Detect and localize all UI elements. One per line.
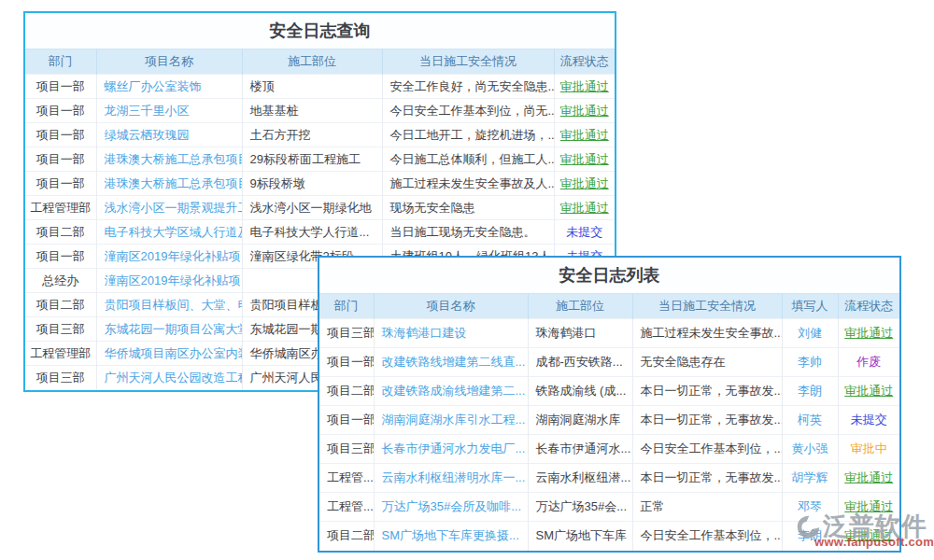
status-link[interactable]: 审批通过 bbox=[844, 528, 893, 542]
header-row: 部门 项目名称 施工部位 当日施工安全情况 填写人 流程状态 bbox=[319, 294, 899, 319]
writer-link[interactable]: 刘健 bbox=[798, 326, 822, 340]
dept-text: 项目一部 bbox=[36, 79, 85, 93]
dept-cell: 项目一部 bbox=[25, 245, 96, 269]
project-link[interactable]: 电子科技大学区域人行道及非机动车道 bbox=[105, 225, 243, 239]
writer-link[interactable]: 李朗 bbox=[798, 528, 822, 542]
safety-cell: 今日安全工作基本到位，... bbox=[632, 522, 782, 551]
project-cell: 改建铁路线增建第二线直... bbox=[374, 348, 528, 377]
writer-link[interactable]: 胡学辉 bbox=[792, 470, 828, 484]
project-link[interactable]: 港珠澳大桥施工总承包项目 bbox=[105, 152, 243, 166]
status-cell: 审批通过 bbox=[838, 493, 899, 522]
status-cell: 审批通过 bbox=[838, 319, 899, 348]
dept-cell: 项目二部 bbox=[319, 522, 374, 551]
status-link[interactable]: 审批通过 bbox=[560, 201, 609, 215]
safety-text: 安全工作良好，尚无安全隐患... bbox=[390, 79, 555, 93]
status-link[interactable]: 未提交 bbox=[851, 413, 887, 427]
project-link[interactable]: 改建铁路线增建第二线直... bbox=[382, 355, 526, 369]
status-link[interactable]: 审批通过 bbox=[560, 128, 609, 142]
project-cell: 华侨城项目南区办公室内装修 bbox=[96, 342, 242, 366]
project-link[interactable]: 螺丝厂办公室装饰 bbox=[105, 79, 202, 93]
dept-cell: 项目三部 bbox=[25, 366, 96, 390]
project-link[interactable]: 长春市伊通河水力发电厂... bbox=[382, 441, 526, 455]
project-link[interactable]: 万达广场35#会所及咖啡... bbox=[382, 499, 522, 513]
dept-cell: 工程管理部 bbox=[25, 196, 96, 220]
column-header-dept: 部门 bbox=[25, 49, 96, 75]
part-text: 楼顶 bbox=[250, 79, 275, 93]
dept-cell: 项目三部 bbox=[319, 319, 374, 348]
safety-cell: 当日施工现场无安全隐患。 bbox=[382, 220, 554, 245]
status-cell: 审批通过 bbox=[554, 147, 615, 172]
project-link[interactable]: 云南水利枢纽潜明水库一... bbox=[382, 470, 526, 484]
project-cell: 潼南区2019年绿化补贴项目-绿化带 bbox=[96, 269, 242, 293]
writer-link[interactable]: 黄小强 bbox=[792, 441, 828, 455]
status-link[interactable]: 审批通过 bbox=[560, 79, 609, 93]
writer-link[interactable]: 柯英 bbox=[798, 413, 822, 427]
column-header-writer: 填写人 bbox=[782, 294, 838, 319]
safety-cell: 今日安全工作基本到位，... bbox=[632, 435, 782, 464]
safety-text: 正常 bbox=[641, 499, 665, 513]
dept-text: 项目二部 bbox=[36, 225, 85, 239]
project-link[interactable]: 华侨城项目南区办公室内装修 bbox=[105, 346, 243, 360]
writer-link[interactable]: 李帅 bbox=[798, 355, 822, 369]
table-row: 项目三部珠海鹤港口建设珠海鹤港口施工过程未发生安全事故...刘健审批通过 bbox=[319, 319, 899, 348]
project-link[interactable]: 湖南洞庭湖水库引水工程... bbox=[382, 413, 526, 427]
dept-text: 项目一部 bbox=[36, 249, 85, 263]
project-link[interactable]: 龙湖三千里小区 bbox=[105, 104, 190, 118]
status-link[interactable]: 审批通过 bbox=[844, 326, 893, 340]
dept-text: 项目一部 bbox=[327, 413, 374, 427]
part-cell: 成都-西安铁路... bbox=[528, 348, 632, 377]
writer-link[interactable]: 李朗 bbox=[798, 384, 822, 398]
column-header-dept: 部门 bbox=[319, 294, 374, 319]
column-header-project: 项目名称 bbox=[96, 49, 242, 75]
part-text: 珠海鹤港口 bbox=[536, 326, 597, 340]
column-header-project: 项目名称 bbox=[374, 294, 528, 319]
part-cell: 电子科技大学人行道... bbox=[242, 220, 382, 245]
column-header-safety: 当日施工安全情况 bbox=[632, 294, 782, 319]
status-link[interactable]: 未提交 bbox=[566, 225, 602, 239]
project-link[interactable]: 浅水湾小区一期景观提升工程 bbox=[105, 201, 243, 215]
safety-text: 现场无安全隐患 bbox=[390, 201, 475, 215]
status-link[interactable]: 审批通过 bbox=[844, 384, 893, 398]
project-cell: 螺丝厂办公室装饰 bbox=[96, 75, 242, 99]
project-link[interactable]: 东城花园一期项目公寓大堂 装饰 bbox=[105, 322, 243, 336]
writer-cell: 刘健 bbox=[782, 319, 838, 348]
writer-link[interactable]: 邓琴 bbox=[798, 499, 822, 513]
dept-text: 项目三部 bbox=[36, 322, 85, 336]
dept-cell: 工程管... bbox=[319, 493, 374, 522]
status-link[interactable]: 审批通过 bbox=[844, 470, 893, 484]
project-link[interactable]: 港珠澳大桥施工总承包项目 bbox=[105, 176, 243, 190]
status-link[interactable]: 审批通过 bbox=[844, 499, 893, 513]
project-link[interactable]: 广州天河人民公园改造工程 bbox=[105, 371, 243, 385]
status-link[interactable]: 审批通过 bbox=[560, 176, 609, 190]
safety-cell: 施工过程未发生安全事故... bbox=[632, 319, 782, 348]
dept-text: 项目一部 bbox=[327, 355, 374, 369]
part-text: 29标段桥面工程施工 bbox=[250, 152, 361, 166]
dept-cell: 项目一部 bbox=[25, 123, 96, 147]
status-link[interactable]: 审批中 bbox=[851, 441, 887, 455]
project-link[interactable]: 潼南区2019年绿化补贴项目-绿化带 bbox=[105, 273, 243, 287]
project-link[interactable]: 珠海鹤港口建设 bbox=[382, 326, 467, 340]
safety-text: 本日一切正常，无事故发... bbox=[641, 384, 783, 398]
status-cell: 审批通过 bbox=[838, 464, 899, 493]
column-header-status: 流程状态 bbox=[554, 49, 615, 75]
dept-cell: 总经办 bbox=[25, 269, 96, 293]
part-text: 铁路成渝线 (成... bbox=[536, 384, 627, 398]
part-cell: 云南水利枢纽潜... bbox=[528, 464, 632, 493]
project-cell: 云南水利枢纽潜明水库一... bbox=[374, 464, 528, 493]
dept-cell: 项目一部 bbox=[319, 406, 374, 435]
status-link[interactable]: 审批通过 bbox=[560, 152, 609, 166]
project-link[interactable]: SM广场地下车库更换摄... bbox=[382, 528, 519, 542]
dept-text: 工程管理部 bbox=[30, 346, 91, 360]
status-link[interactable]: 审批通过 bbox=[560, 104, 609, 118]
status-cell: 未提交 bbox=[554, 220, 615, 245]
project-link[interactable]: 贵阳项目样板间、大堂、电梯间 bbox=[105, 298, 243, 312]
part-text: 浅水湾小区一期绿化地 bbox=[250, 201, 372, 215]
project-link[interactable]: 绿城云栖玫瑰园 bbox=[105, 128, 190, 142]
project-link[interactable]: 改建铁路成渝线增建第二... bbox=[382, 384, 526, 398]
table-row: 工程管...万达广场35#会所及咖啡...万达广场35#会...正常邓琴审批通过 bbox=[319, 493, 899, 522]
dept-cell: 项目二部 bbox=[25, 220, 96, 245]
project-link[interactable]: 潼南区2019年绿化补贴项目-绿化带 bbox=[105, 249, 243, 263]
part-cell: 土石方开挖 bbox=[242, 123, 382, 147]
status-link[interactable]: 作废 bbox=[856, 355, 881, 369]
safety-cell: 本日一切正常，无事故发... bbox=[632, 377, 782, 406]
